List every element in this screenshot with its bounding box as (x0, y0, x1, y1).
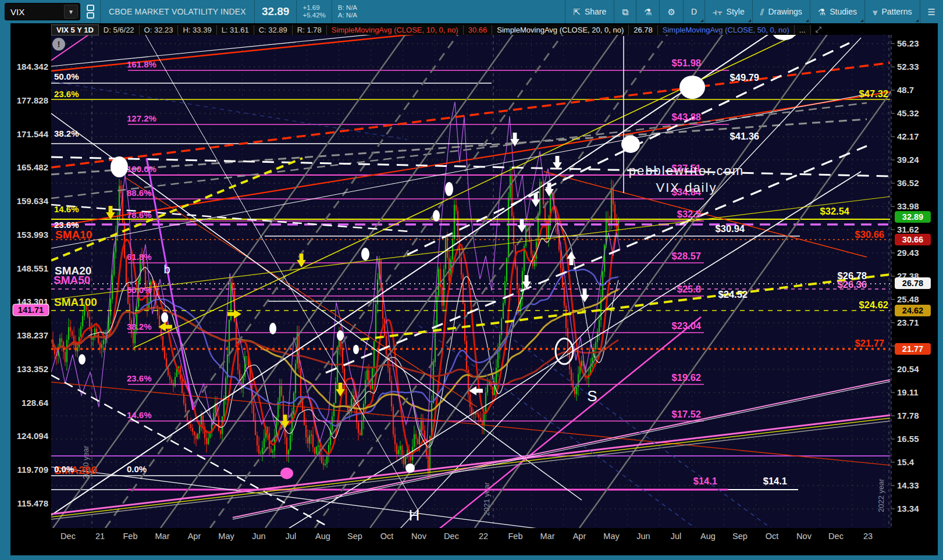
price-level-label[interactable]: $25.8 (677, 284, 701, 294)
fib-level-label[interactable]: 0.0% (54, 464, 74, 474)
price-level-label[interactable]: $43.88 (672, 112, 701, 122)
left-axis-label[interactable]: 184.342 (17, 62, 48, 72)
right-axis-label[interactable]: 20.54 (897, 364, 919, 374)
right-axis-label[interactable]: 25.48 (897, 294, 919, 304)
price-level-label[interactable]: $47.32 (859, 88, 888, 99)
right-axis-label[interactable]: 39.24 (897, 155, 919, 165)
fib-level-label[interactable]: 0.0% (127, 464, 147, 474)
letter-annotation[interactable]: S (587, 387, 597, 405)
study-sma20-label[interactable]: SimpleMovingAvg (CLOSE, 20, 0, no) (492, 25, 629, 35)
fib-level-label[interactable]: 50.0% (54, 72, 79, 81)
ellipse-annotation[interactable] (337, 330, 344, 341)
fib-level-label[interactable]: 14.6% (54, 204, 79, 214)
right-axis-label[interactable]: 13.34 (897, 504, 919, 513)
fib-level-label[interactable]: 14.6% (127, 410, 152, 420)
fib-level-label[interactable]: 61.8% (127, 252, 152, 262)
price-level-label[interactable]: $24.52 (718, 289, 748, 299)
x-axis-month-label[interactable]: 22 (479, 532, 488, 541)
x-axis-month-label[interactable]: May (603, 532, 620, 541)
right-axis-label[interactable]: 52.33 (897, 62, 919, 72)
ellipse-annotation[interactable] (280, 468, 293, 479)
x-axis-month-label[interactable]: Mar (155, 532, 170, 541)
fib-level-label[interactable]: 23.6% (54, 89, 79, 99)
ellipse-annotation[interactable] (161, 312, 168, 323)
sma-label[interactable]: SMA50 (54, 274, 90, 286)
left-axis-label[interactable]: 148.551 (17, 263, 48, 273)
left-axis-label[interactable]: 124.094 (17, 431, 49, 441)
right-axis-label[interactable]: 17.78 (897, 411, 919, 420)
price-level-label[interactable]: $14.1 (763, 476, 787, 486)
ellipse-annotation[interactable] (111, 156, 128, 177)
price-level-label[interactable]: $26.36 (838, 279, 867, 290)
ellipse-annotation[interactable] (445, 182, 453, 196)
ellipse-annotation[interactable] (621, 135, 640, 153)
x-axis-month-label[interactable]: 21 (95, 532, 105, 541)
x-axis-month-label[interactable]: Oct (766, 532, 779, 541)
letter-annotation[interactable]: b (163, 263, 170, 276)
x-axis-month-label[interactable]: Mar (540, 532, 555, 541)
right-axis-label[interactable]: 56.23 (897, 38, 919, 48)
left-axis-label[interactable]: 159.634 (17, 196, 49, 206)
price-level-label[interactable]: $23.04 (672, 320, 702, 331)
right-axis-label[interactable]: 48.7 (897, 85, 914, 95)
left-axis-label[interactable]: 133.352 (17, 364, 48, 374)
x-axis-month-label[interactable]: Sep (732, 532, 748, 541)
ellipse-annotation[interactable] (405, 463, 415, 473)
right-axis-label[interactable]: 42.17 (897, 131, 919, 141)
right-axis-label[interactable]: 45.32 (897, 108, 919, 118)
x-axis-month-label[interactable]: Oct (380, 532, 394, 541)
left-axis-label[interactable]: 115.478 (17, 498, 48, 508)
fib-level-label[interactable]: 100.0% (127, 164, 156, 174)
x-axis-month-label[interactable]: Nov (796, 532, 812, 541)
right-axis-label[interactable]: 15.4 (897, 457, 914, 467)
right-axis-label[interactable]: 36.52 (897, 178, 919, 188)
price-level-label[interactable]: $49.79 (730, 72, 759, 83)
x-axis-month-label[interactable]: Nov (411, 532, 427, 541)
studies-ellipsis[interactable]: ... (795, 25, 811, 35)
left-axis-label[interactable]: 119.709 (17, 465, 48, 475)
x-axis-month-label[interactable]: Feb (123, 532, 138, 541)
right-axis-label[interactable]: 16.55 (897, 434, 919, 444)
x-axis-month-label[interactable]: Jul (286, 532, 297, 541)
price-level-label[interactable]: $30.66 (855, 229, 884, 240)
left-axis-label[interactable]: 165.482 (17, 162, 48, 172)
sma-label[interactable]: SMA10 (55, 229, 92, 241)
right-axis-label[interactable]: 14.33 (897, 480, 919, 490)
price-level-label[interactable]: $21.77 (855, 338, 884, 348)
left-axis-label[interactable]: 171.544 (17, 129, 49, 139)
x-axis-month-label[interactable]: Aug (315, 532, 330, 541)
left-axis-label[interactable]: 128.64 (22, 398, 49, 408)
right-axis-label[interactable]: 33.98 (897, 201, 919, 211)
chart-canvas[interactable]: 2020 year2021 year2022 yearbSHSMA10SMA20… (0, 0, 943, 560)
x-axis-month-label[interactable]: Dec (444, 532, 459, 541)
fib-level-label[interactable]: 78.6% (127, 210, 152, 220)
left-axis-label[interactable]: 153.993 (17, 230, 48, 240)
fib-level-label[interactable]: 23.6% (127, 373, 152, 383)
x-axis-month-label[interactable]: Jul (671, 532, 682, 541)
ellipse-annotation[interactable] (433, 210, 440, 222)
ellipse-annotation[interactable] (269, 323, 276, 334)
right-axis-label[interactable]: 23.71 (897, 318, 919, 327)
fib-level-label[interactable]: 23.6% (54, 220, 79, 230)
left-axis-label[interactable]: 177.828 (17, 95, 48, 105)
x-axis-month-label[interactable]: Feb (508, 532, 523, 541)
ellipse-annotation[interactable] (353, 345, 359, 354)
price-level-label[interactable]: $24.62 (859, 299, 888, 310)
price-level-label[interactable]: $51.98 (672, 58, 701, 68)
x-axis-month-label[interactable]: Apr (188, 532, 201, 541)
x-axis-month-label[interactable]: Dec (828, 532, 844, 541)
price-level-label[interactable]: $30.94 (716, 223, 745, 234)
price-level-label[interactable]: $14.1 (693, 476, 717, 486)
x-axis-month-label[interactable]: Jun (252, 532, 265, 541)
plot-background[interactable] (51, 35, 891, 528)
fib-level-label[interactable]: 88.6% (127, 188, 152, 198)
price-level-label[interactable]: $17.52 (672, 409, 701, 419)
x-axis-month-label[interactable]: 23 (863, 532, 873, 541)
x-axis-month-label[interactable]: Apr (573, 532, 586, 541)
letter-annotation[interactable]: H (409, 507, 420, 524)
ellipse-annotation[interactable] (679, 76, 705, 99)
study-sma50-label[interactable]: SimpleMovingAvg (CLOSE, 50, 0, no) (658, 25, 795, 35)
right-axis-label[interactable]: 29.43 (897, 248, 919, 258)
fib-level-label[interactable]: 127.2% (127, 113, 156, 123)
right-axis-label[interactable]: 19.11 (897, 387, 919, 397)
